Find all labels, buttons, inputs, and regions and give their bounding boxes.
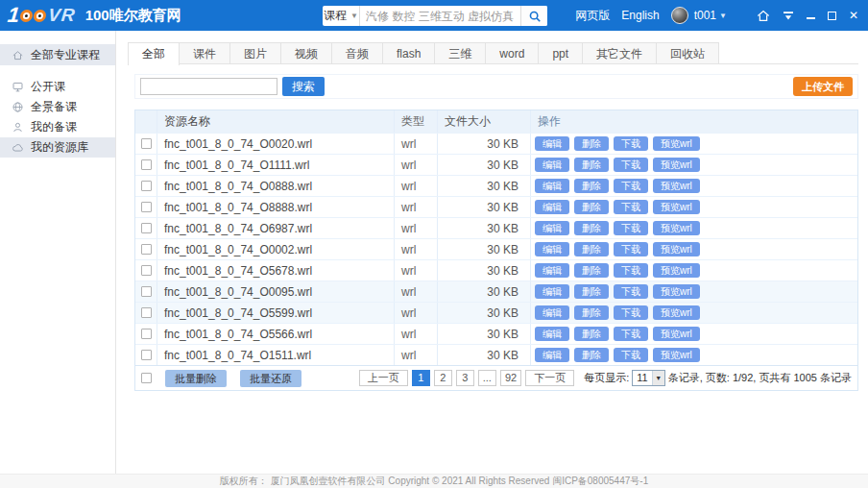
download-button[interactable]: 下载 — [614, 284, 648, 299]
row-checkbox[interactable] — [141, 265, 152, 276]
prev-page-button[interactable]: 上一页 — [359, 370, 408, 386]
delete-button[interactable]: 删除 — [574, 158, 609, 172]
preview-button[interactable]: 预览wrl — [653, 221, 700, 235]
download-button[interactable]: 下载 — [614, 221, 648, 235]
search-button[interactable]: 搜索 — [282, 77, 325, 96]
sidebar-item[interactable]: 我的资源库 — [0, 137, 115, 158]
edit-button[interactable]: 编辑 — [535, 136, 569, 151]
select-all-checkbox[interactable] — [141, 373, 152, 383]
tab-word[interactable]: word — [485, 42, 539, 63]
row-checkbox[interactable] — [141, 138, 152, 149]
header-search-button[interactable] — [520, 6, 547, 26]
filter-input[interactable] — [140, 78, 277, 95]
preview-button[interactable]: 预览wrl — [653, 242, 700, 256]
preview-button[interactable]: 预览wrl — [653, 200, 700, 214]
delete-button[interactable]: 删除 — [574, 284, 609, 299]
upload-file-button[interactable]: 上传文件 — [793, 77, 853, 96]
tab-其它文件[interactable]: 其它文件 — [582, 42, 657, 63]
download-button[interactable]: 下载 — [614, 327, 648, 341]
sidebar-item[interactable]: 公开课 — [0, 77, 115, 97]
file-size: 30 KB — [438, 260, 531, 281]
download-button[interactable]: 下载 — [614, 179, 648, 193]
preview-button[interactable]: 预览wrl — [653, 136, 700, 151]
edit-button[interactable]: 编辑 — [535, 158, 569, 172]
edit-button[interactable]: 编辑 — [535, 200, 569, 214]
download-button[interactable]: 下载 — [614, 158, 648, 172]
row-checkbox[interactable] — [141, 286, 152, 297]
download-button[interactable]: 下载 — [614, 200, 648, 214]
edit-button[interactable]: 编辑 — [535, 327, 569, 341]
sidebar-item[interactable]: 全景备课 — [0, 97, 115, 117]
web-version-link[interactable]: 网页版 — [575, 8, 610, 24]
edit-button[interactable]: 编辑 — [535, 221, 569, 235]
minimize-button[interactable] — [807, 12, 815, 19]
delete-button[interactable]: 删除 — [574, 221, 609, 235]
tab-全部[interactable]: 全部 — [128, 42, 180, 65]
tab-flash[interactable]: flash — [382, 42, 435, 63]
page-button[interactable]: 92 — [500, 370, 521, 386]
tab-音频[interactable]: 音频 — [331, 42, 383, 63]
page-button[interactable]: 3 — [456, 370, 474, 386]
per-page-select[interactable]: 11 ▼ — [632, 370, 664, 386]
delete-button[interactable]: 删除 — [574, 348, 609, 362]
search-category-dropdown[interactable]: 课程 ▼ — [323, 6, 360, 26]
row-checkbox[interactable] — [141, 181, 152, 191]
delete-button[interactable]: 删除 — [574, 327, 609, 341]
tab-三维[interactable]: 三维 — [434, 42, 486, 63]
preview-button[interactable]: 预览wrl — [653, 284, 700, 299]
preview-button[interactable]: 预览wrl — [653, 305, 700, 320]
edit-button[interactable]: 编辑 — [535, 284, 569, 299]
tab-回收站[interactable]: 回收站 — [656, 42, 719, 63]
delete-button[interactable]: 删除 — [574, 136, 609, 151]
collapse-button[interactable] — [783, 11, 794, 21]
edit-button[interactable]: 编辑 — [535, 263, 569, 278]
page-button[interactable]: 1 — [412, 370, 430, 386]
tab-视频[interactable]: 视频 — [280, 42, 332, 63]
tab-ppt[interactable]: ppt — [538, 42, 583, 63]
delete-button[interactable]: 删除 — [574, 263, 609, 278]
row-checkbox[interactable] — [141, 329, 152, 339]
download-button[interactable]: 下载 — [614, 305, 648, 320]
english-link[interactable]: English — [621, 9, 659, 22]
next-page-button[interactable]: 下一页 — [525, 370, 574, 386]
page-button[interactable]: 2 — [434, 370, 452, 386]
batch-delete-button[interactable]: 批量删除 — [165, 370, 227, 387]
row-checkbox[interactable] — [141, 307, 152, 318]
tab-bar: 全部课件图片视频音频flash三维wordppt其它文件回收站 — [128, 42, 858, 64]
row-checkbox[interactable] — [141, 223, 152, 233]
sidebar: 全部专业课程公开课全景备课我的备课我的资源库 — [0, 31, 116, 474]
batch-restore-button[interactable]: 批量还原 — [240, 370, 301, 387]
download-button[interactable]: 下载 — [614, 263, 648, 278]
row-checkbox[interactable] — [141, 159, 152, 170]
edit-button[interactable]: 编辑 — [535, 348, 569, 362]
delete-button[interactable]: 删除 — [574, 179, 609, 193]
tab-图片[interactable]: 图片 — [229, 42, 281, 63]
download-button[interactable]: 下载 — [614, 242, 648, 256]
home-button[interactable] — [757, 10, 770, 22]
row-checkbox[interactable] — [141, 244, 152, 255]
delete-button[interactable]: 删除 — [574, 242, 609, 256]
sidebar-item[interactable]: 全部专业课程 — [0, 44, 115, 65]
edit-button[interactable]: 编辑 — [535, 242, 569, 256]
preview-button[interactable]: 预览wrl — [653, 158, 700, 172]
tab-课件[interactable]: 课件 — [179, 42, 230, 63]
close-button[interactable]: ✕ — [849, 10, 858, 21]
sidebar-item[interactable]: 我的备课 — [0, 117, 115, 137]
delete-button[interactable]: 删除 — [574, 200, 609, 214]
row-checkbox[interactable] — [141, 202, 152, 212]
download-button[interactable]: 下载 — [614, 136, 648, 151]
preview-button[interactable]: 预览wrl — [653, 179, 700, 193]
avatar[interactable] — [671, 7, 688, 24]
username[interactable]: t001 — [694, 9, 716, 22]
user-menu-chevron-icon[interactable]: ▼ — [719, 12, 727, 20]
maximize-button[interactable] — [828, 12, 836, 20]
preview-button[interactable]: 预览wrl — [653, 263, 700, 278]
delete-button[interactable]: 删除 — [574, 305, 609, 320]
preview-button[interactable]: 预览wrl — [653, 327, 700, 341]
edit-button[interactable]: 编辑 — [535, 305, 569, 320]
preview-button[interactable]: 预览wrl — [653, 348, 700, 362]
download-button[interactable]: 下载 — [614, 348, 648, 362]
header-search-input[interactable] — [360, 6, 520, 26]
edit-button[interactable]: 编辑 — [535, 179, 569, 193]
row-checkbox[interactable] — [141, 350, 152, 360]
